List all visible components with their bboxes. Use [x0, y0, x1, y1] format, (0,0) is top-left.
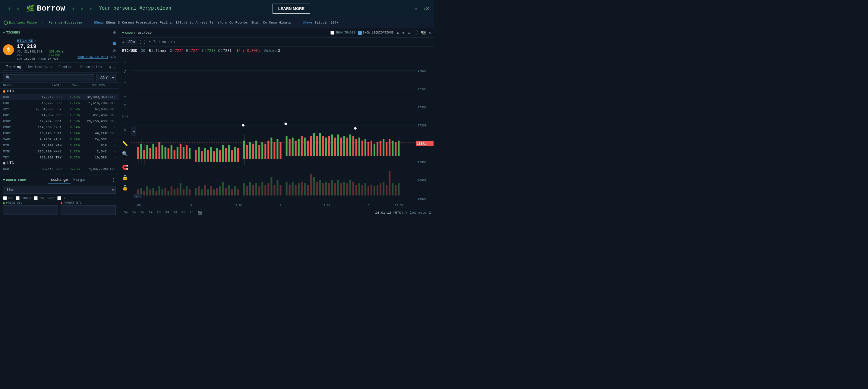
chart-interval: 30	[141, 49, 145, 53]
range-screenshot[interactable]: 📷	[196, 210, 204, 215]
pct-button[interactable]: %	[405, 211, 408, 215]
range-1m[interactable]: 1m	[147, 210, 154, 215]
gear-icon[interactable]: ⚙	[113, 30, 116, 35]
range-7d[interactable]: 7d	[155, 210, 162, 215]
open-lock-tool[interactable]: 🔓	[121, 184, 129, 192]
close-banner-button[interactable]: ✕	[425, 4, 429, 13]
table-row[interactable]: GBP 14,059 GBP 1.88% 951,958 3.3x☆	[0, 112, 119, 118]
table-row[interactable]: EUR 16,290 EUR 1.17% 1,416,706 5.0x☆	[0, 100, 119, 106]
table-row[interactable]: JPY 2,334,000 JPY 2.39% 67,635 3.3x☆	[0, 106, 119, 112]
tab-star-button[interactable]: ☆	[113, 65, 116, 70]
hidden-checkbox[interactable]: HIDDEN	[16, 196, 31, 200]
table-row[interactable]: XAUt 9.7262 XAUt 3.09% 24,532 ☆	[0, 136, 119, 142]
asset-pair-link[interactable]: BTC/USD	[17, 39, 33, 44]
range-6h[interactable]: 6h	[179, 210, 187, 215]
lock-tool[interactable]: 🔒	[121, 173, 129, 182]
crosshair-icon[interactable]: ✛	[122, 39, 125, 45]
ruler-tool[interactable]: 📏	[121, 139, 129, 148]
order-type-select[interactable]: Limit Market Stop	[3, 186, 116, 194]
expand-icon[interactable]: ⛶	[413, 30, 417, 35]
mini-chart-icon[interactable]: ▦	[113, 40, 116, 47]
row-star[interactable]: ☆	[114, 149, 116, 154]
order-menu-button[interactable]: ⋮	[111, 177, 116, 183]
range-3d[interactable]: 3d	[163, 210, 170, 215]
row-star[interactable]: ☆	[114, 143, 116, 147]
chart-down-arrow[interactable]: ▼	[402, 30, 405, 35]
currency-filter[interactable]: ANY USD BTC ETH	[96, 74, 116, 81]
info-icon[interactable]: ℹ	[35, 39, 36, 43]
order-tab-exchange[interactable]: Exchange	[48, 177, 70, 184]
tab-funding[interactable]: Funding	[56, 64, 76, 71]
zoom-in-tool[interactable]: 🔍	[121, 150, 129, 158]
settings-icon[interactable]: ⚙	[408, 30, 410, 35]
auto-button[interactable]: auto	[418, 211, 426, 215]
show-trades-checkbox[interactable]	[331, 31, 334, 35]
table-row[interactable]: BTC 0.0048429 BTC 8.10% 507,349 3.3x☆	[0, 172, 119, 174]
row-star[interactable]: ☆	[114, 155, 116, 160]
bottom-settings-icon[interactable]: ⚙	[429, 210, 431, 215]
tab-securities[interactable]: Securities	[77, 64, 105, 71]
table-row[interactable]: TRY 319,390 TRY 0.52% 10,580 ☆	[0, 155, 119, 161]
row-star[interactable]: ☆	[114, 95, 116, 99]
search-input[interactable]	[11, 76, 91, 80]
draw-line-tool[interactable]: /	[121, 68, 129, 76]
measure-tool[interactable]: ⟺	[121, 112, 129, 121]
svg-rect-162	[343, 182, 345, 195]
row-star[interactable]: ☆	[114, 119, 116, 123]
tab-trading[interactable]: Trading	[3, 64, 24, 71]
table-row[interactable]: USD 17,219 USD 1.49% 32,898,343 10x☆	[0, 94, 119, 100]
range-3m[interactable]: 3m	[138, 210, 146, 215]
crosshair-tool[interactable]: ✛	[121, 58, 129, 66]
bitfinex-pulse[interactable]: Bitfinex Pulse	[4, 21, 37, 25]
time-30m-button[interactable]: 30m	[126, 39, 136, 45]
table-row[interactable]: USDt 17,207 USDt 1.50% 20,750,933 5.0x☆	[0, 118, 119, 124]
table-row[interactable]: MIM 17,990 MIM 5.22% 818 ☆	[0, 142, 119, 148]
finance-ecosystem-link[interactable]: Finance Ecosystem	[49, 21, 82, 24]
magnet-tool[interactable]: 🧲	[121, 163, 129, 172]
tif-checkbox[interactable]: TIF	[57, 196, 67, 200]
oco-checkbox[interactable]: OCO	[3, 196, 13, 200]
post-only-checkbox[interactable]: POST-ONLY	[34, 196, 55, 200]
row-star[interactable]: ☆	[114, 167, 116, 171]
show-trades-toggle[interactable]: SHOW TRADES	[331, 31, 355, 35]
log-button[interactable]: log	[410, 211, 416, 215]
pencil-tool[interactable]: ✏	[121, 92, 129, 100]
chart-up-arrow[interactable]: ▲	[397, 30, 399, 35]
refresh-icon[interactable]: ↻	[429, 30, 431, 35]
row-star[interactable]: ☆	[114, 131, 116, 136]
amount-input[interactable]	[61, 205, 116, 215]
tab-m-button[interactable]: M	[107, 64, 113, 71]
chart-type-icon[interactable]: ⋮⋮	[138, 39, 147, 45]
learn-more-button[interactable]: LEARN MORE	[273, 4, 310, 13]
col-last[interactable]: LAST ⇕	[34, 84, 62, 87]
hline-tool[interactable]: —	[121, 78, 129, 87]
row-star[interactable]: ☆	[114, 101, 116, 105]
range-1d[interactable]: 1d	[171, 210, 179, 215]
indicators-button[interactable]: 〜 Indicators	[149, 39, 175, 45]
coin-icon[interactable]: ⊙	[113, 48, 116, 54]
tab-derivatives[interactable]: Derivatives	[25, 64, 55, 71]
svg-rect-40	[228, 145, 230, 162]
range-1h[interactable]: 1h	[188, 210, 195, 215]
range-3y[interactable]: 3y	[122, 210, 130, 215]
price-input[interactable]	[3, 205, 58, 215]
row-star[interactable]: ☆	[114, 137, 116, 142]
row-star[interactable]: ☆	[114, 113, 116, 117]
row-star[interactable]: ☆	[114, 107, 116, 111]
row-star[interactable]: ☆	[114, 125, 116, 130]
camera-icon[interactable]: 📷	[421, 30, 426, 35]
col-name[interactable]: NAME ⇕	[3, 84, 34, 87]
emoji-tool[interactable]: ☺	[121, 126, 129, 134]
col-vol[interactable]: VOL USD ⇕	[80, 84, 107, 87]
collapse-arrow[interactable]: ◀	[131, 127, 136, 136]
text-tool[interactable]: T	[121, 102, 129, 110]
table-row[interactable]: CNHt 119,560 CNHt 0.54% 686 ☆	[0, 124, 119, 130]
show-liquidations-toggle[interactable]: ✓ SHOW LIQUIDATIONS	[358, 31, 394, 35]
order-tab-margin[interactable]: Margin	[71, 177, 89, 184]
table-row[interactable]: EURt 16,296 EURt 1.04% 49,229 3.3x☆	[0, 130, 119, 136]
rank-link[interactable]: Your BTC/USD Rank	[78, 56, 108, 59]
col-24h[interactable]: 24H ⇕	[62, 84, 80, 87]
range-1y[interactable]: 1y	[130, 210, 138, 215]
table-row[interactable]: MXNt 335,890 MXNt 2.77% 2,042 ☆	[0, 148, 119, 155]
table-row[interactable]: USD 83.450 USD 9.73% 4,037,106 5.0x☆	[0, 166, 119, 172]
